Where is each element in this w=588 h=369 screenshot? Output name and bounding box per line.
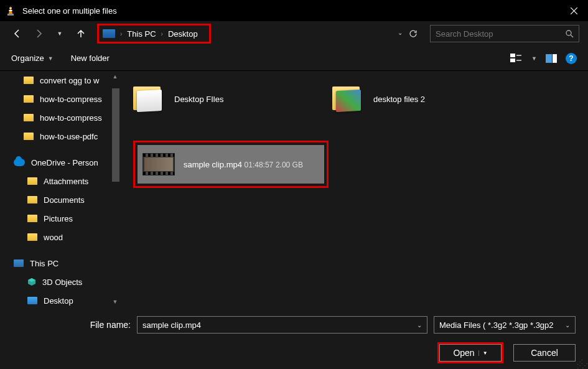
sidebar-thispc[interactable]: This PC	[0, 254, 121, 273]
desktop-icon	[27, 297, 37, 304]
sidebar-onedrive[interactable]: OneDrive - Person	[0, 153, 121, 172]
sidebar-scrollbar[interactable]: ▲ ▼	[111, 71, 121, 307]
open-highlight: Open ▼	[437, 342, 503, 363]
scroll-thumb[interactable]	[112, 88, 119, 182]
search-box[interactable]	[430, 25, 579, 42]
nav-recent-dropdown[interactable]: ▼	[51, 25, 68, 42]
svg-rect-9	[553, 54, 557, 63]
dropdown-icon[interactable]: ⌄	[417, 322, 422, 329]
folder-icon	[27, 233, 37, 241]
scroll-up-icon[interactable]: ▲	[112, 73, 118, 80]
svg-rect-5	[510, 58, 515, 62]
folder-thumbnail-icon	[133, 84, 166, 114]
file-duration: 01:48:57	[245, 161, 274, 169]
address-dropdown-icon[interactable]: ⌄	[398, 29, 403, 38]
filetype-dropdown[interactable]: Media Files ( *.3g2 *.3gp *.3gp2 ⌄	[434, 316, 576, 334]
folder-tile[interactable]: desktop files 2	[332, 82, 519, 116]
search-icon[interactable]	[565, 29, 574, 38]
sidebar-item-folder[interactable]: convert ogg to w	[0, 71, 121, 90]
selected-file-highlight: sample clip.mp4 01:48:57 2.00 GB	[133, 141, 329, 188]
breadcrumb-desktop[interactable]: Desktop	[166, 29, 200, 39]
close-button[interactable]	[559, 0, 588, 21]
content-pane[interactable]: Desktop FIles desktop files 2 sample cli…	[121, 71, 588, 307]
folder-icon	[27, 215, 37, 222]
onedrive-icon	[14, 159, 25, 166]
help-button[interactable]: ?	[566, 53, 577, 64]
folder-icon	[27, 177, 37, 185]
nav-back-button[interactable]	[9, 25, 26, 42]
svg-point-3	[566, 30, 571, 35]
folder-tile[interactable]: Desktop FIles	[133, 82, 320, 116]
svg-rect-8	[546, 54, 552, 63]
file-size: 2.00 GB	[276, 161, 303, 169]
footer: File name: ⌄ Media Files ( *.3g2 *.3gp *…	[0, 307, 588, 369]
folder-icon	[27, 196, 37, 203]
folder-name: Desktop FIles	[174, 95, 223, 104]
scroll-down-icon[interactable]: ▼	[112, 299, 118, 305]
window-title: Select one or multiple files	[22, 6, 559, 16]
main-area: convert ogg to w how-to-compress how-to-…	[0, 71, 588, 307]
folder-thumbnail-icon	[332, 84, 365, 114]
pc-icon	[14, 259, 24, 267]
resize-grip[interactable]: ⋰⋰⋰	[577, 360, 587, 368]
dropdown-icon: ▼	[48, 55, 54, 62]
sidebar: convert ogg to w how-to-compress how-to-…	[0, 71, 121, 307]
sidebar-item-folder[interactable]: how-to-use-pdfc	[0, 127, 121, 146]
breadcrumb[interactable]: › This PC › Desktop	[97, 24, 211, 44]
svg-rect-6	[516, 55, 521, 56]
file-tile-selected[interactable]: sample clip.mp4 01:48:57 2.00 GB	[138, 145, 324, 184]
organize-button[interactable]: Organize ▼	[11, 54, 54, 63]
nav-forward-button[interactable]	[30, 25, 47, 42]
sidebar-item-documents[interactable]: Documents	[0, 190, 121, 209]
app-icon	[5, 5, 16, 16]
cube-icon	[27, 278, 36, 286]
svg-rect-0	[7, 14, 14, 16]
sidebar-item-pictures[interactable]: Pictures	[0, 209, 121, 228]
folder-icon	[24, 95, 34, 103]
folder-icon	[24, 114, 34, 121]
chevron-right-icon: ›	[161, 30, 163, 37]
folder-name: desktop files 2	[373, 95, 425, 104]
search-input[interactable]	[436, 29, 565, 39]
navbar: ▼ › This PC › Desktop ⌄	[0, 21, 588, 46]
titlebar: Select one or multiple files	[0, 0, 588, 21]
chevron-right-icon: ›	[120, 30, 122, 37]
sidebar-item-attachments[interactable]: Attachments	[0, 172, 121, 190]
folder-icon	[24, 133, 34, 140]
dropdown-icon: ⌄	[565, 322, 570, 329]
refresh-icon[interactable]	[409, 29, 418, 38]
file-name: sample clip.mp4	[184, 160, 242, 169]
svg-rect-1	[9, 7, 12, 9]
filename-field[interactable]: ⌄	[137, 316, 427, 334]
video-thumbnail-icon	[142, 153, 175, 175]
svg-rect-2	[9, 10, 12, 11]
breadcrumb-thispc[interactable]: This PC	[124, 29, 158, 39]
sidebar-item-folder[interactable]: how-to-compress	[0, 108, 121, 127]
sidebar-item-folder[interactable]: how-to-compress	[0, 90, 121, 108]
filename-input[interactable]	[142, 320, 417, 330]
open-button[interactable]: Open ▼	[439, 344, 502, 362]
toolbar: Organize ▼ New folder ▼ ?	[0, 46, 588, 71]
pc-icon	[103, 29, 115, 38]
open-split-dropdown[interactable]: ▼	[478, 350, 488, 356]
sidebar-item-wood[interactable]: wood	[0, 228, 121, 246]
svg-rect-4	[510, 54, 515, 57]
filename-label: File name:	[12, 320, 131, 330]
sidebar-item-3dobjects[interactable]: 3D Objects	[0, 273, 121, 291]
view-dropdown-icon[interactable]: ▼	[531, 55, 537, 62]
folder-icon	[24, 77, 34, 84]
preview-pane-icon[interactable]	[546, 54, 557, 63]
cancel-button[interactable]: Cancel	[513, 344, 576, 362]
newfolder-button[interactable]: New folder	[71, 54, 110, 63]
sidebar-item-desktop[interactable]: Desktop	[0, 291, 121, 307]
view-options-icon[interactable]	[510, 54, 523, 63]
nav-up-button[interactable]	[72, 25, 90, 42]
svg-rect-7	[516, 60, 521, 61]
